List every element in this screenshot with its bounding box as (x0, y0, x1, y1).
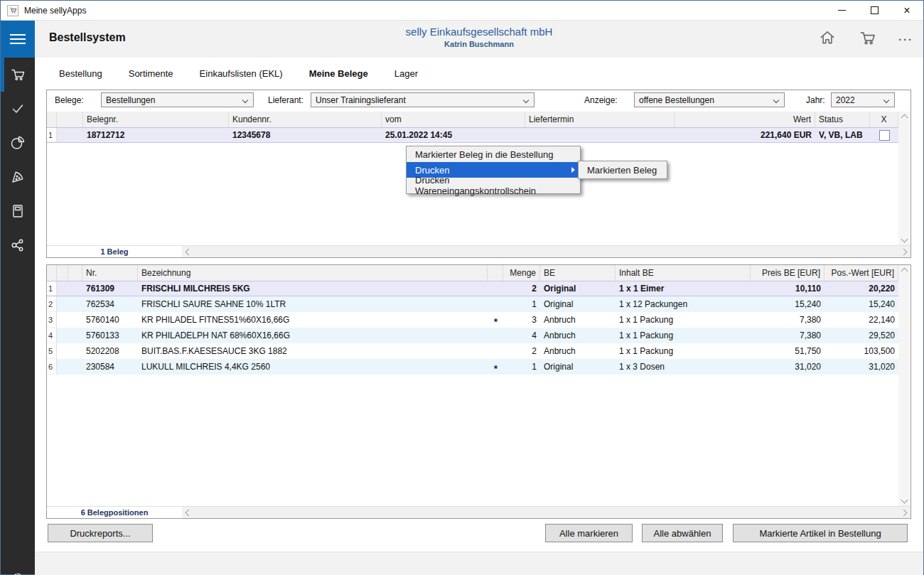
druckreports-button[interactable]: Druckreports... (48, 524, 153, 542)
app-window: Meine sellyApps × (0, 0, 924, 575)
check-icon (9, 100, 26, 117)
submenu-item-markierten-beleg[interactable]: Markierten Beleg (578, 161, 667, 179)
more-options-button[interactable]: ··· (898, 33, 913, 45)
maximize-icon (871, 6, 879, 14)
tab-bestellung[interactable]: Bestellung (59, 68, 102, 79)
alle-markieren-button[interactable]: Alle markieren (545, 524, 633, 542)
chevron-right-icon (901, 509, 908, 516)
chevron-down-icon (523, 97, 529, 103)
position-row[interactable]: 45760133KR PHILADELPH NAT 68%60X16,66G4A… (47, 328, 898, 343)
tab-bar: Bestellung Sortimente Einkaufslisten (EK… (35, 58, 923, 90)
chevron-down-icon (773, 97, 779, 103)
positions-horizontal-scrollbar[interactable] (182, 507, 910, 518)
chevron-left-icon (186, 248, 193, 255)
home-button[interactable] (818, 28, 837, 50)
maximize-button[interactable] (858, 1, 891, 20)
close-icon: × (903, 5, 910, 16)
orders-horizontal-scrollbar[interactable] (182, 246, 910, 257)
book-icon (9, 203, 26, 220)
tab-einkaufslisten[interactable]: Einkaufslisten (EKL) (200, 68, 283, 79)
app-header: Bestellsystem selly Einkaufsgesellschaft… (35, 21, 923, 58)
home-icon (818, 28, 837, 47)
positions-table-footer: 6 Belegpositionen (47, 506, 910, 518)
sidebar-item-check[interactable] (1, 92, 35, 126)
positions-count: 6 Belegpositionen (47, 508, 182, 517)
positions-panel: Nr. Bezeichnung Menge BE Inhalt BE Preis… (46, 264, 911, 519)
positions-vertical-scrollbar[interactable] (898, 265, 910, 506)
orders-table-header: Belegnr. Kundennr. vom Liefertermin Wert… (47, 112, 898, 128)
user-name: Katrin Buschmann (35, 40, 923, 48)
chevron-up-icon (901, 268, 908, 275)
position-row[interactable]: 55202208BUIT.BAS.F.KAESESAUCE 3KG 18822A… (47, 343, 898, 359)
marker-dot-icon (494, 365, 498, 369)
chevron-right-icon (901, 248, 908, 255)
orders-vertical-scrollbar[interactable] (898, 112, 910, 245)
markierte-artikel-button[interactable]: Markierte Artikel in Bestellung (733, 524, 908, 542)
context-menu: Markierter Beleg in die Bestellung Druck… (406, 146, 581, 194)
tab-meine-belege[interactable]: Meine Belege (309, 68, 368, 79)
lieferant-label: Lieferant: (268, 95, 303, 105)
chevron-up-icon (901, 114, 908, 122)
belege-select[interactable]: Bestellungen (101, 92, 254, 107)
submenu-arrow-icon (571, 167, 575, 173)
gear-icon (9, 570, 26, 575)
position-row[interactable]: 35760140KR PHILADEL FITNES51%60X16,66G3A… (47, 312, 898, 328)
close-button[interactable]: × (891, 1, 923, 20)
menu-item-beleg-in-bestellung[interactable]: Markierter Beleg in die Bestellung (407, 146, 580, 162)
filter-bar: Belege: Bestellungen Lieferant: Unser Tr… (47, 90, 910, 110)
chevron-down-icon (901, 497, 908, 504)
app-icon (7, 5, 18, 16)
share-icon (9, 237, 26, 254)
sidebar-item-bestellsystem[interactable] (1, 58, 35, 92)
row-checkbox[interactable] (879, 130, 890, 141)
position-row[interactable]: 2762534FRISCHLI SAURE SAHNE 10% 1LTR1Ori… (47, 296, 898, 312)
chevron-down-icon (901, 236, 908, 243)
orders-count: 1 Beleg (47, 247, 182, 256)
cart-icon (858, 28, 877, 48)
minimize-button[interactable] (825, 1, 858, 20)
alle-abwaehlen-button[interactable]: Alle abwählen (642, 524, 723, 542)
footer-strip (35, 552, 923, 575)
chevron-left-icon (186, 509, 193, 516)
chevron-down-icon (883, 97, 889, 103)
sidebar-item-network[interactable] (1, 228, 35, 262)
menu-icon (10, 31, 26, 47)
pizza-slice-icon (9, 168, 26, 186)
orders-rows: 1187127121234567825.01.2022 14:45221,640… (47, 127, 898, 143)
sidebar (1, 21, 35, 574)
positions-table-header: Nr. Bezeichnung Menge BE Inhalt BE Preis… (47, 265, 898, 281)
sidebar-item-statistics[interactable] (1, 126, 35, 160)
anzeige-label: Anzeige: (584, 95, 618, 105)
pie-chart-icon (9, 134, 26, 151)
chevron-down-icon (242, 97, 248, 103)
company-name: selly Einkaufsgesellschaft mbH (35, 26, 923, 38)
lieferant-select[interactable]: Unser Trainingslieferant (311, 92, 534, 107)
cart-button[interactable] (858, 28, 877, 50)
sidebar-item-products[interactable] (1, 160, 35, 194)
menu-item-wareneingangskontrollschein[interactable]: Drucken Wareneingangskontrollschein (407, 178, 580, 193)
cart-icon (9, 66, 26, 83)
window-title: Meine sellyApps (24, 6, 86, 16)
position-row[interactable]: 1761309FRISCHLI MILCHREIS 5KG2Original1 … (47, 281, 898, 296)
sidebar-item-catalog[interactable] (1, 194, 35, 228)
minimize-icon (838, 10, 846, 11)
menu-button[interactable] (1, 21, 35, 58)
titlebar: Meine sellyApps × (1, 1, 923, 21)
sidebar-item-settings[interactable] (1, 561, 35, 575)
marker-dot-icon (494, 318, 498, 322)
orders-table-footer: 1 Beleg (47, 245, 910, 257)
positions-rows: 1761309FRISCHLI MILCHREIS 5KG2Original1 … (47, 281, 898, 375)
anzeige-select[interactable]: offene Bestellungen (634, 92, 785, 107)
tab-lager[interactable]: Lager (394, 68, 418, 79)
jahr-label: Jahr: (806, 95, 825, 105)
belege-label: Belege: (55, 95, 84, 105)
tab-sortimente[interactable]: Sortimente (129, 68, 173, 79)
jahr-select[interactable]: 2022 (831, 92, 895, 107)
position-row[interactable]: 6230584LUKULL MILCHREIS 4,4KG 25601Origi… (47, 359, 898, 375)
order-row[interactable]: 1187127121234567825.01.2022 14:45221,640… (47, 127, 898, 143)
